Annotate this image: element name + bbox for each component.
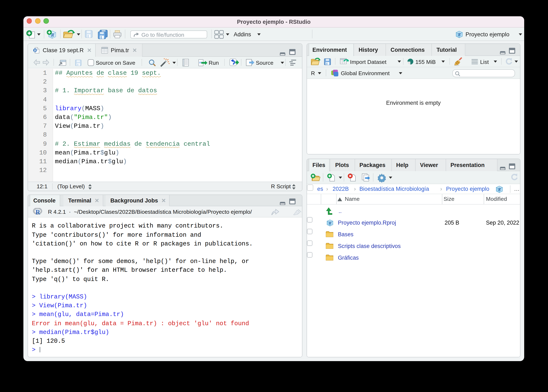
svg-text:R: R <box>498 187 501 191</box>
svg-text:R: R <box>328 221 331 225</box>
svg-text:R: R <box>36 209 41 215</box>
svg-text:R: R <box>458 32 461 36</box>
svg-text:R: R <box>34 48 37 52</box>
